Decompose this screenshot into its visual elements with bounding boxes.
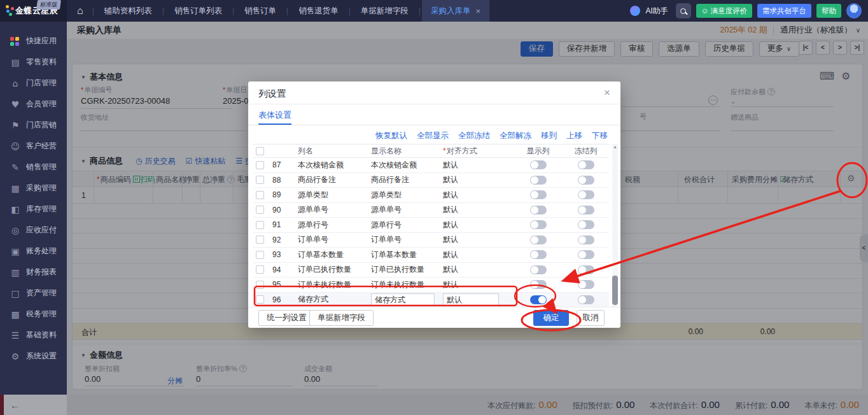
row-checkbox[interactable] bbox=[256, 206, 264, 214]
menu-icon: ◧ bbox=[10, 204, 20, 215]
freeze-column-toggle[interactable] bbox=[578, 265, 594, 274]
sidebar-item-基础资料[interactable]: ☰基础资料 bbox=[0, 325, 67, 346]
sidebar-item-客户经营[interactable]: ☺客户经营 bbox=[0, 136, 67, 157]
sidebar-item-label: 采购管理 bbox=[26, 183, 57, 193]
freeze-column-toggle[interactable] bbox=[578, 160, 594, 169]
ai-assistant-label[interactable]: AI助手 bbox=[645, 6, 668, 17]
menu-icon: ♥ bbox=[10, 99, 20, 109]
row-checkbox[interactable] bbox=[256, 251, 264, 259]
column-name: 订单已执行数量 bbox=[298, 264, 371, 275]
nav-tab[interactable]: 销售订单 bbox=[235, 0, 285, 22]
show-column-toggle[interactable] bbox=[530, 206, 547, 215]
freeze-column-toggle[interactable] bbox=[578, 295, 594, 304]
sidebar-item-门店管理[interactable]: ⌂门店管理 bbox=[0, 73, 67, 94]
sidebar-item-门店营销[interactable]: ⚑门店营销 bbox=[0, 115, 67, 136]
sidebar-item-应收应付[interactable]: ◎应收应付 bbox=[0, 220, 67, 241]
col-header-freeze: 冻结列 bbox=[562, 146, 610, 157]
freeze-column-toggle[interactable] bbox=[578, 280, 594, 289]
sidebar-item-采购管理[interactable]: ▦采购管理 bbox=[0, 178, 67, 199]
show-column-toggle[interactable] bbox=[530, 295, 547, 304]
sidebar-item-财务报表[interactable]: ▥财务报表 bbox=[0, 262, 67, 283]
display-name: 源单类型 bbox=[371, 190, 443, 200]
menu-icon: ☺ bbox=[10, 141, 20, 151]
show-column-toggle[interactable] bbox=[530, 160, 547, 169]
bill-new-field-button[interactable]: 单据新增字段 bbox=[309, 310, 374, 326]
column-action-link[interactable]: 上移 bbox=[566, 130, 582, 141]
freeze-column-toggle[interactable] bbox=[578, 190, 594, 199]
sidebar-item-label: 客户经营 bbox=[26, 141, 57, 151]
freeze-column-toggle[interactable] bbox=[578, 220, 594, 229]
freeze-column-cell bbox=[562, 295, 610, 304]
freeze-column-toggle[interactable] bbox=[578, 176, 594, 185]
freeze-column-toggle[interactable] bbox=[578, 206, 594, 215]
sidebar-item-会员管理[interactable]: ♥会员管理 bbox=[0, 94, 67, 115]
nav-tab[interactable]: 辅助资料列表 bbox=[95, 0, 161, 22]
unified-column-settings-button[interactable]: 统一列设置 bbox=[258, 310, 315, 326]
sidebar-item-销售管理[interactable]: ✎销售管理 bbox=[0, 157, 67, 178]
column-action-link[interactable]: 全部解冻 bbox=[500, 130, 531, 141]
nav-tab[interactable]: 销售退货单 bbox=[290, 0, 347, 22]
column-action-link[interactable]: 全部显示 bbox=[417, 130, 449, 141]
user-avatar[interactable] bbox=[846, 3, 862, 18]
row-checkbox[interactable] bbox=[256, 221, 264, 229]
column-action-link[interactable]: 全部冻结 bbox=[458, 130, 490, 141]
row-checkbox[interactable] bbox=[256, 191, 264, 199]
select-all-checkbox[interactable] bbox=[256, 147, 264, 155]
column-setting-row-93: 93订单基本数量订单基本数量默认 bbox=[253, 248, 609, 263]
column-action-link[interactable]: 移到 bbox=[541, 130, 557, 141]
sidebar-item-零售资料[interactable]: ▤零售资料 bbox=[0, 52, 67, 73]
sidebar-item-系统设置[interactable]: ⚙系统设置 bbox=[0, 346, 67, 367]
column-name: 源单类型 bbox=[298, 190, 371, 200]
display-name: 订单未执行数量 bbox=[371, 279, 443, 290]
display-name: 本次核销金额 bbox=[371, 160, 443, 171]
row-checkbox[interactable] bbox=[256, 265, 264, 274]
show-column-toggle[interactable] bbox=[530, 250, 547, 259]
show-column-toggle[interactable] bbox=[530, 280, 547, 289]
align-mode: 默认 bbox=[443, 220, 514, 230]
col-header-align: *对齐方式 bbox=[443, 146, 514, 157]
sidebar-item-库存管理[interactable]: ◧库存管理 bbox=[0, 199, 67, 220]
display-name-input[interactable]: 储存方式 bbox=[371, 293, 435, 306]
row-checkbox[interactable] bbox=[256, 161, 264, 169]
tab-close-icon[interactable]: × bbox=[475, 6, 480, 16]
show-column-toggle[interactable] bbox=[530, 190, 547, 199]
row-checkbox[interactable] bbox=[256, 281, 264, 289]
nav-tab[interactable]: 单据新增字段 bbox=[352, 0, 417, 22]
column-action-link[interactable]: 恢复默认 bbox=[375, 130, 407, 141]
sidebar-item-税务管理[interactable]: ▩税务管理 bbox=[0, 304, 67, 325]
sidebar-item-资产管理[interactable]: □资产管理 bbox=[0, 283, 67, 304]
smiley-icon: ☺ bbox=[701, 7, 709, 15]
nav-tab[interactable]: 采购入库单× bbox=[422, 0, 489, 22]
show-column-toggle[interactable] bbox=[530, 236, 547, 244]
cocreation-platform-button[interactable]: 需求共创平台 bbox=[757, 4, 811, 18]
close-icon[interactable]: × bbox=[604, 87, 610, 99]
dialog-footer: 统一列设置 单据新增字段 确定 取消 bbox=[248, 307, 620, 328]
freeze-column-toggle[interactable] bbox=[578, 250, 594, 259]
row-checkbox[interactable] bbox=[256, 176, 264, 184]
row-checkbox[interactable] bbox=[256, 236, 264, 244]
show-column-toggle[interactable] bbox=[530, 176, 547, 185]
ok-button[interactable]: 确定 bbox=[533, 310, 569, 326]
scroll-up-icon[interactable]: ▲ bbox=[612, 144, 618, 149]
show-column-toggle[interactable] bbox=[530, 265, 547, 274]
row-number: 96 bbox=[272, 295, 298, 304]
show-column-toggle[interactable] bbox=[530, 220, 547, 229]
column-action-link[interactable]: 下移 bbox=[592, 130, 608, 141]
search-button[interactable] bbox=[676, 3, 691, 18]
search-icon bbox=[680, 8, 686, 14]
freeze-column-toggle[interactable] bbox=[578, 236, 594, 244]
nav-tab[interactable]: 销售订单列表 bbox=[165, 0, 231, 22]
sidebar-item-账务处理[interactable]: ▣账务处理 bbox=[0, 241, 67, 262]
dialog-header: 列设置 × bbox=[248, 81, 620, 104]
cancel-button[interactable]: 取消 bbox=[577, 310, 605, 326]
home-icon[interactable]: ⌂ bbox=[77, 5, 83, 17]
help-button[interactable]: 帮助 bbox=[816, 4, 841, 18]
align-mode-input[interactable]: 默认 bbox=[443, 293, 499, 306]
satisfaction-button[interactable]: ☺ 满意度评价 bbox=[696, 4, 752, 18]
sidebar-item-快捷应用[interactable]: 快捷应用 bbox=[0, 31, 67, 52]
tab-body-settings[interactable]: 表体设置 bbox=[258, 109, 291, 121]
ai-assistant-icon[interactable] bbox=[630, 6, 640, 16]
col-header-display: 显示名称 bbox=[371, 146, 443, 157]
scrollbar-thumb[interactable] bbox=[612, 276, 618, 305]
row-checkbox[interactable] bbox=[256, 295, 264, 304]
